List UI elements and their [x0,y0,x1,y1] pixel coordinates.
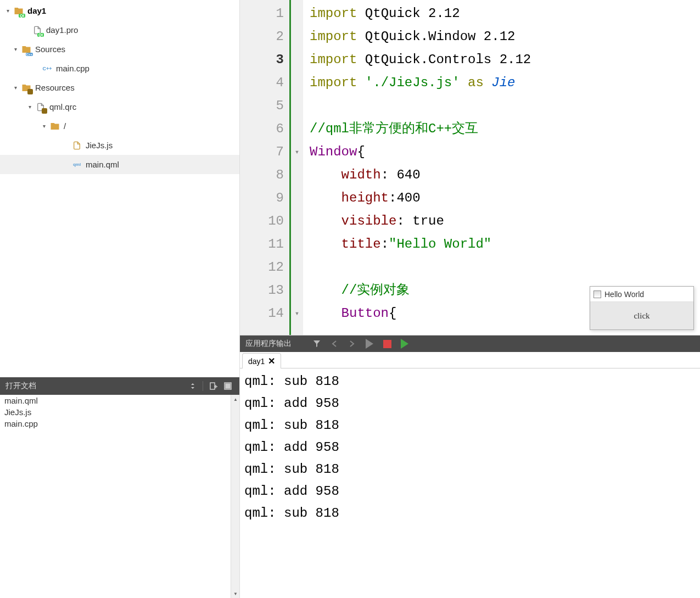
project-name: day1 [27,6,46,15]
folder-qt-icon [13,5,24,16]
sources-label: Sources [35,44,65,54]
folder-res-icon [21,82,32,93]
cpp-file-icon: C++ [42,63,53,74]
scroll-up-icon[interactable]: ▲ [231,395,239,404]
app-body: click [590,302,693,329]
open-docs-title: 打开文档 [5,381,186,391]
slash-label: / [64,121,66,131]
click-button[interactable]: click [590,302,693,329]
separator [203,381,203,391]
next-icon[interactable] [344,337,360,350]
tree-qrc[interactable]: ▾ qml.qrc [0,97,239,116]
qrc-label: qml.qrc [49,102,76,111]
qrc-file-icon [35,102,46,113]
spacer [61,160,70,169]
tree-slash-folder[interactable]: ▾ / [0,116,239,136]
output-panel: 应用程序输出 day1 ✕ qml: sub 818qml: add 958qm… [240,335,700,598]
main-qml-label: main.qml [86,160,119,169]
line-gutter: 1234567891011121314 [240,0,289,335]
tree-sources[interactable]: ▾ Sources [0,40,239,59]
output-tab[interactable]: day1 ✕ [242,353,281,368]
project-tree[interactable]: ▾ day1 day1.pro ▾ Sources C++ main.cpp [0,0,239,377]
spacer [22,26,31,35]
spacer [32,64,41,73]
app-window[interactable]: Hello World click [590,286,694,330]
stop-icon[interactable] [379,337,395,350]
tree-main-qml[interactable]: qml main.qml [0,155,239,174]
qml-file-icon: qml [71,159,82,170]
tree-project-root[interactable]: ▾ day1 [0,1,239,20]
output-header: 应用程序输出 [240,336,700,352]
tree-jie-js[interactable]: JieJs.js [0,136,239,155]
app-titlebar[interactable]: Hello World [590,287,693,302]
open-doc-item[interactable]: JieJs.js [0,406,239,418]
left-panel: ▾ day1 day1.pro ▾ Sources C++ main.cpp [0,0,240,598]
folder-icon [49,121,60,132]
right-panel: 1234567891011121314 ▾▾ import QtQuick 2.… [240,0,700,598]
expander-icon[interactable]: ▾ [11,45,20,54]
spacer [61,141,70,150]
sort-toggle-icon[interactable] [188,380,200,392]
code-editor[interactable]: 1234567891011121314 ▾▾ import QtQuick 2.… [240,0,700,335]
expander-icon[interactable]: ▾ [25,103,34,111]
open-docs-list[interactable]: main.qml JieJs.js main.cpp ▲ ▼ [0,395,239,598]
svg-rect-0 [210,383,215,389]
open-docs-header: 打开文档 [0,377,239,395]
svg-rect-2 [226,384,230,388]
main-cpp-label: main.cpp [56,64,89,73]
close-tab-icon[interactable]: ✕ [268,356,275,366]
output-tabs: day1 ✕ [240,352,700,368]
expander-icon[interactable]: ▾ [40,122,48,131]
filter-icon[interactable] [309,337,324,350]
tree-resources[interactable]: ▾ Resources [0,78,239,97]
split-add-icon[interactable] [208,380,220,392]
folder-cpp-icon [21,44,32,55]
output-title: 应用程序输出 [245,339,292,349]
output-tab-label: day1 [248,357,265,366]
expander-icon[interactable]: ▾ [11,83,20,92]
pro-file-label: day1.pro [46,25,78,35]
open-doc-item[interactable]: main.cpp [0,418,239,429]
scroll-down-icon[interactable]: ▼ [231,589,239,598]
window-icon [593,290,601,298]
fold-column[interactable]: ▾▾ [291,0,303,335]
resources-label: Resources [35,83,75,92]
app-window-title: Hello World [604,290,644,299]
close-panel-icon[interactable] [222,380,234,392]
expander-icon[interactable]: ▾ [3,7,12,15]
file-qt-icon [32,25,43,36]
code-area[interactable]: import QtQuick 2.12import QtQuick.Window… [303,0,537,335]
open-doc-item[interactable]: main.qml [0,395,239,406]
prev-icon[interactable] [327,337,342,350]
tree-main-cpp[interactable]: C++ main.cpp [0,59,239,78]
scrollbar[interactable]: ▲ ▼ [231,395,239,598]
run-green-icon[interactable] [397,337,412,350]
js-file-icon [71,140,82,151]
run-gray-icon[interactable] [362,337,377,350]
tree-pro-file[interactable]: day1.pro [0,20,239,40]
jie-js-label: JieJs.js [86,141,113,150]
output-body[interactable]: qml: sub 818qml: add 958qml: sub 818qml:… [240,368,700,598]
